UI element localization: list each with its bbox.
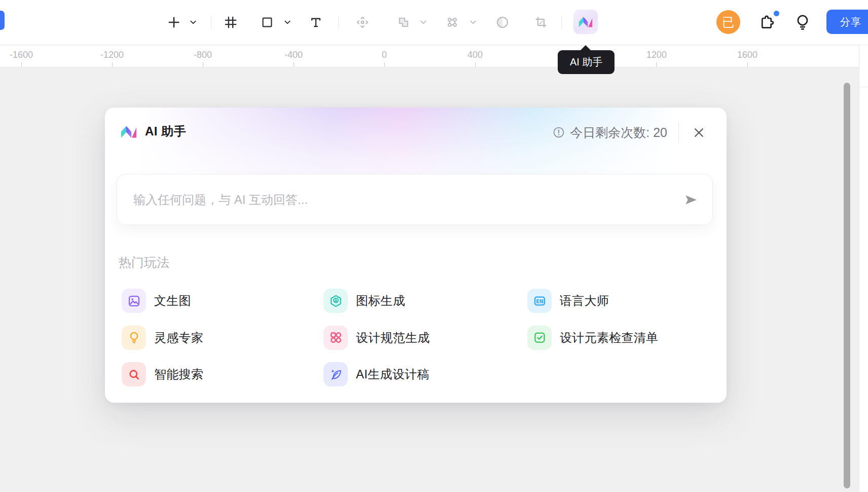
rectangle-tool-dropdown[interactable] (284, 20, 291, 24)
ruler-tick (112, 62, 113, 67)
feature-label: 图标生成 (356, 293, 405, 309)
boolean-shape-dropdown[interactable] (420, 20, 427, 24)
puzzle-icon (760, 14, 776, 30)
ai-logo-icon (578, 15, 593, 28)
ruler-tick-label: -800 (194, 50, 212, 60)
toolbar-divider (561, 16, 562, 29)
en-badge-icon: EN (527, 289, 552, 313)
ai-logo-icon (120, 124, 137, 139)
ruler-tick (21, 62, 22, 67)
feature-label: 语言大师 (560, 293, 609, 309)
lightbulb-icon (122, 326, 146, 350)
tooltip-text: AI 助手 (570, 55, 602, 69)
lightbulb-icon (794, 13, 811, 31)
toolbar-divider (338, 16, 339, 29)
ruler-tick-label: 400 (467, 50, 483, 60)
dialog-title: AI 助手 (145, 123, 186, 139)
send-arrow-icon (682, 192, 699, 207)
ai-assistant-tool-button[interactable] (573, 10, 598, 34)
feature-label: 设计规范生成 (356, 330, 430, 346)
move-tool-button[interactable] (355, 15, 370, 29)
feature-item-ai-design-draft[interactable]: AI生成设计稿 (323, 362, 527, 386)
right-panel-edge (859, 0, 868, 492)
frame-tool-button[interactable] (224, 16, 237, 29)
ai-assistant-tooltip: AI 助手 (558, 50, 614, 74)
image-icon (122, 289, 146, 313)
frame-icon (224, 16, 237, 29)
checkbox-check-icon (527, 326, 552, 350)
ai-question-input[interactable] (117, 174, 712, 225)
quota-info: 今日剩余次数: 20 (552, 124, 667, 141)
feature-item-design-element-checklist[interactable]: 设计元素检查清单 (527, 326, 716, 350)
vector-nodes-icon (446, 16, 459, 29)
ruler-tick (384, 62, 385, 67)
ruler-tick (657, 62, 657, 67)
rectangle-tool-button[interactable] (261, 16, 273, 28)
ruler-tick-label: -1200 (100, 50, 124, 60)
close-button[interactable] (690, 124, 707, 141)
hexagon-icon (323, 289, 348, 313)
avatar[interactable]: 已 (716, 10, 740, 34)
text-tool-button[interactable] (310, 16, 322, 29)
share-label: 分享 (840, 15, 861, 29)
feature-item-inspiration-expert[interactable]: 灵感专家 (122, 326, 323, 350)
feature-label: 文生图 (154, 293, 191, 309)
ai-question-inputbox (117, 174, 713, 225)
feature-item-design-spec-generation[interactable]: 设计规范生成 (323, 326, 527, 350)
feature-item-icon-generation[interactable]: 图标生成 (323, 289, 527, 313)
feature-label: 灵感专家 (154, 330, 203, 346)
feature-label: 设计元素检查清单 (560, 330, 658, 346)
dialog-meta: 今日剩余次数: 20 (552, 121, 707, 144)
ruler-tick-label: 0 (382, 50, 387, 60)
feature-grid: 文生图 图标生成 EN 语言大师 灵感专家 设计规范生成 (122, 283, 716, 393)
avatar-text: 已 (722, 14, 735, 30)
ruler-tick-label: -400 (284, 50, 303, 60)
help-ideas-button[interactable] (794, 13, 811, 31)
feature-item-text-to-image[interactable]: 文生图 (122, 289, 323, 313)
vector-node-tool-button[interactable] (446, 16, 459, 29)
ai-assistant-dialog: AI 助手 今日剩余次数: 20 热门玩法 文生图 图标生成 (105, 108, 727, 403)
contrast-circle-icon (496, 16, 509, 29)
text-icon (310, 16, 322, 29)
chevron-down-icon (190, 20, 197, 24)
svg-text:EN: EN (536, 298, 544, 304)
plugins-button[interactable] (760, 14, 777, 31)
ruler-tick (475, 62, 476, 67)
ruler-tick (294, 62, 294, 67)
meta-divider (678, 122, 679, 143)
send-button[interactable] (682, 191, 699, 208)
quill-sparkle-icon (323, 362, 348, 386)
ruler-tick-label: 1200 (646, 50, 667, 60)
ruler-tick-label: 1600 (737, 50, 757, 60)
vertical-scrollbar[interactable] (844, 83, 850, 488)
app-logo[interactable] (0, 11, 5, 30)
quota-text: 今日剩余次数: 20 (570, 124, 667, 141)
plus-tool-dropdown[interactable] (190, 20, 197, 24)
boolean-shape-tool-button[interactable] (397, 16, 410, 29)
rectangle-icon (261, 16, 273, 28)
ruler-tick (747, 62, 748, 67)
ruler-tick (203, 62, 203, 67)
plus-icon (167, 16, 180, 29)
boolean-shapes-icon (397, 16, 410, 29)
contrast-circle-tool-button[interactable] (496, 16, 509, 29)
chevron-down-icon (420, 20, 427, 24)
panel-divider (859, 87, 868, 87)
horizontal-ruler: -1600-1200-800-400040080012001600 (0, 46, 859, 67)
move-icon (355, 15, 370, 29)
components-grid-icon (323, 326, 348, 350)
crop-icon (534, 16, 548, 29)
vector-node-dropdown[interactable] (470, 20, 477, 24)
feature-item-language-master[interactable]: EN 语言大师 (527, 289, 716, 313)
feature-item-smart-search[interactable]: 智能搜索 (122, 362, 323, 386)
chevron-down-icon (470, 20, 477, 24)
share-button[interactable]: 分享 (826, 10, 868, 34)
toolbar-divider (211, 16, 211, 29)
close-icon (693, 127, 705, 138)
search-icon (122, 362, 146, 386)
info-exclamation-icon (552, 126, 565, 139)
plus-tool-button[interactable] (167, 16, 180, 29)
ruler-tick-label: -1600 (10, 50, 33, 60)
feature-label: AI生成设计稿 (356, 366, 429, 382)
crop-tool-button[interactable] (534, 16, 548, 29)
